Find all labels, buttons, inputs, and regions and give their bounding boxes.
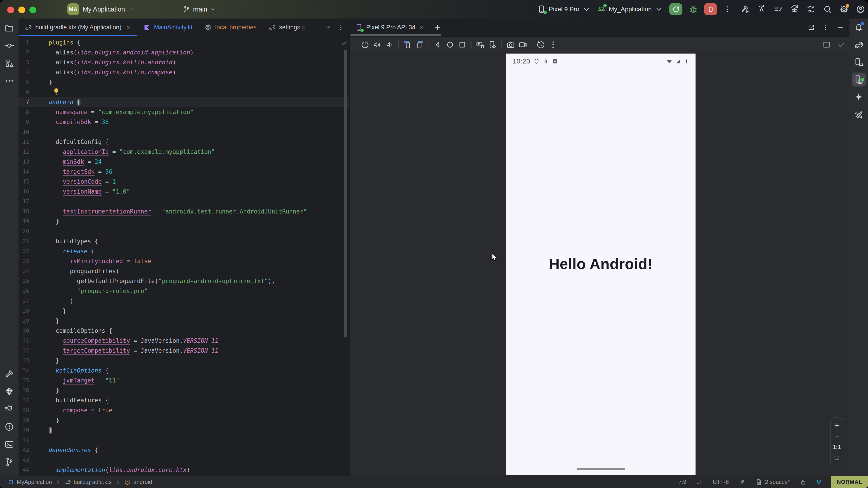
tab-options-kebab-icon[interactable] <box>337 24 344 31</box>
back-button[interactable] <box>433 40 443 49</box>
tab-build-gradle-kts[interactable]: build.gradle.kts (My Application) <box>19 19 137 36</box>
code-line-22[interactable]: 22 release { <box>19 246 349 256</box>
code-line-9[interactable]: 9 compileSdk = 36 <box>19 117 349 127</box>
rotate-right-button[interactable] <box>415 40 425 49</box>
search-everywhere-button[interactable] <box>823 4 832 14</box>
lock-open-icon[interactable] <box>800 479 807 486</box>
debug-button[interactable] <box>688 4 698 14</box>
code-line-34[interactable]: 34 kotlinOptions { <box>19 365 349 376</box>
code-line-8[interactable]: 8 namespace = "com.example.myapplication… <box>19 107 349 117</box>
vim-mode-badge[interactable]: NORMAL <box>831 476 868 488</box>
panel-options-kebab-icon[interactable] <box>822 24 830 31</box>
code-line-23[interactable]: 23 isMinifyEnabled = false <box>19 256 349 266</box>
kebab-button[interactable] <box>548 40 558 49</box>
stripe-item-terminal[interactable] <box>4 440 14 449</box>
sync-button[interactable] <box>806 4 816 14</box>
code-line-3[interactable]: 3 alias(libs.plugins.kotlin.android) <box>19 57 349 67</box>
rotate-left-button[interactable] <box>403 40 412 49</box>
code-line-33[interactable]: 33 } <box>19 356 349 365</box>
code-line-4[interactable]: 4 alias(libs.plugins.kotlin.compose) <box>19 67 349 77</box>
code-line-14[interactable]: 14 targetSdk = 36 <box>19 167 349 177</box>
stop-button[interactable] <box>704 3 717 15</box>
stripe-item-problems[interactable] <box>4 422 14 432</box>
code-line-21[interactable]: 21 buildTypes { <box>19 236 349 246</box>
tab-list-chevron-icon[interactable] <box>324 24 331 31</box>
code-line-40[interactable]: 40} <box>19 425 349 435</box>
device-tab[interactable]: Pixel 9 Pro API 34 <box>350 19 430 36</box>
intention-bulb-icon[interactable] <box>52 87 61 96</box>
volume-up-button[interactable] <box>372 40 382 49</box>
build-button[interactable] <box>740 4 750 14</box>
screen-input-button[interactable] <box>475 40 485 49</box>
stripe-item-resource-manager[interactable] <box>4 58 14 68</box>
code-line-11[interactable]: 11 defaultConfig { <box>19 137 349 147</box>
snapshot-restore-button[interactable] <box>536 40 546 49</box>
stripe-item-more-tool-windows[interactable] <box>4 76 14 86</box>
code-line-32[interactable]: 32 targetCompatibility = JavaVersion.VER… <box>19 346 349 356</box>
ai-spark-disabled-icon[interactable] <box>739 479 745 486</box>
code-line-39[interactable]: 39 } <box>19 415 349 425</box>
zoom-out-button[interactable] <box>833 433 840 440</box>
hide-panel-icon[interactable] <box>836 24 844 31</box>
code-line-27[interactable]: 27 ) <box>19 296 349 306</box>
code-line-38[interactable]: 38 compose = true <box>19 405 349 415</box>
overview-button[interactable] <box>457 40 467 49</box>
tab-scroll-indicator[interactable] <box>350 34 441 36</box>
stripe-item-gradle[interactable] <box>854 40 864 50</box>
profiler-button[interactable] <box>790 4 799 14</box>
project-selector[interactable]: MA My Application <box>67 0 134 19</box>
breadcrumb-android[interactable]: android <box>124 479 152 485</box>
inspections-ok-icon[interactable] <box>340 39 348 46</box>
stripe-item-commit[interactable] <box>4 41 14 51</box>
code-line-41[interactable]: 41 <box>19 435 349 445</box>
camera-button[interactable] <box>506 40 516 49</box>
code-line-24[interactable]: 24 proguardFiles( <box>19 266 349 276</box>
stripe-item-device-manager[interactable] <box>854 57 864 67</box>
code-line-2[interactable]: 2 alias(libs.plugins.android.application… <box>19 47 349 57</box>
close-icon[interactable] <box>418 24 425 30</box>
code-line-13[interactable]: 13 minSdk = 24 <box>19 157 349 167</box>
zoom-fit-button[interactable] <box>834 455 840 461</box>
zoom-in-button[interactable] <box>833 422 840 429</box>
zoom-1to1-button[interactable]: 1:1 <box>833 444 841 451</box>
status-check-icon[interactable] <box>837 40 845 49</box>
more-run-options-button[interactable] <box>723 5 731 14</box>
branch-selector[interactable]: main <box>183 0 216 19</box>
stripe-item-release-assistant[interactable] <box>854 109 864 119</box>
minimize-window-button[interactable] <box>18 6 25 13</box>
stripe-item-build[interactable] <box>4 369 14 379</box>
indent-setting[interactable]: 2 spaces* <box>755 479 790 486</box>
line-ending[interactable]: LF <box>696 479 703 485</box>
code-line-7[interactable]: 7android { <box>19 97 349 107</box>
code-line-12[interactable]: 12 applicationId = "com.example.myapplic… <box>19 147 349 157</box>
power-button[interactable] <box>360 40 370 49</box>
tab-mainactivity-kt[interactable]: MainActivity.kt <box>137 19 198 36</box>
code-line-17[interactable]: 17 <box>19 197 349 206</box>
volume-down-button[interactable] <box>384 40 395 49</box>
record-screen-button[interactable] <box>518 40 528 49</box>
account-button[interactable] <box>856 4 865 14</box>
code-line-43[interactable]: 43 <box>19 455 349 465</box>
code-line-31[interactable]: 31 sourceCompatibility = JavaVersion.VER… <box>19 336 349 346</box>
display-mode-icon[interactable] <box>822 40 831 49</box>
code-line-6[interactable]: 6 <box>19 87 349 97</box>
encoding[interactable]: UTF-8 <box>713 479 729 485</box>
rerun-button[interactable] <box>669 3 682 15</box>
code-line-16[interactable]: 16 versionName = "1.0" <box>19 187 349 197</box>
stripe-item-logcat[interactable] <box>4 404 14 414</box>
code-actions-button[interactable] <box>757 4 766 14</box>
code-line-25[interactable]: 25 getDefaultProguardFile("proguard-andr… <box>19 276 349 286</box>
run-config-selector[interactable]: My_Application <box>597 5 663 14</box>
code-line-36[interactable]: 36 } <box>19 385 349 395</box>
home-button[interactable] <box>445 40 455 49</box>
stripe-item-running-devices[interactable] <box>852 72 866 87</box>
code-line-26[interactable]: 26 "proguard-rules.pro" <box>19 286 349 296</box>
code-line-15[interactable]: 15 versionCode = 1 <box>19 177 349 187</box>
code-line-10[interactable]: 10 <box>19 127 349 137</box>
phone-screen[interactable]: 10:20 A Hello Android! <box>506 54 695 475</box>
code-line-30[interactable]: 30 compileOptions { <box>19 326 349 336</box>
code-line-37[interactable]: 37 buildFeatures { <box>19 395 349 405</box>
stripe-item-project[interactable] <box>4 23 14 33</box>
ideavim-icon[interactable]: V <box>816 478 821 486</box>
task-list-button[interactable] <box>773 4 783 14</box>
